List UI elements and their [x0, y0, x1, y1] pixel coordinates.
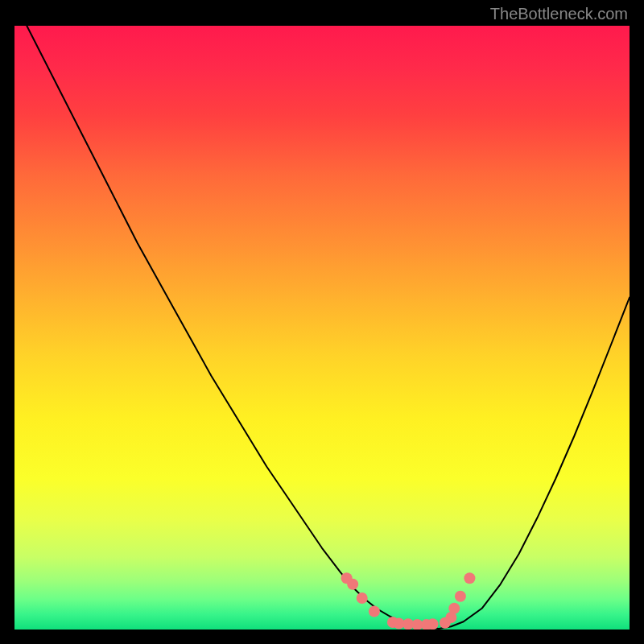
data-point-marker — [357, 592, 368, 604]
data-point-marker — [347, 579, 358, 590]
chart-svg — [14, 26, 630, 630]
data-point-marker — [427, 618, 439, 630]
data-point-marker — [455, 591, 466, 602]
data-point-marker — [464, 572, 475, 584]
watermark-text: TheBottleneck.com — [490, 5, 628, 23]
gradient-background — [14, 26, 630, 630]
data-point-marker — [369, 606, 380, 617]
data-point-marker — [448, 603, 460, 614]
chart-plot-area — [14, 26, 630, 630]
